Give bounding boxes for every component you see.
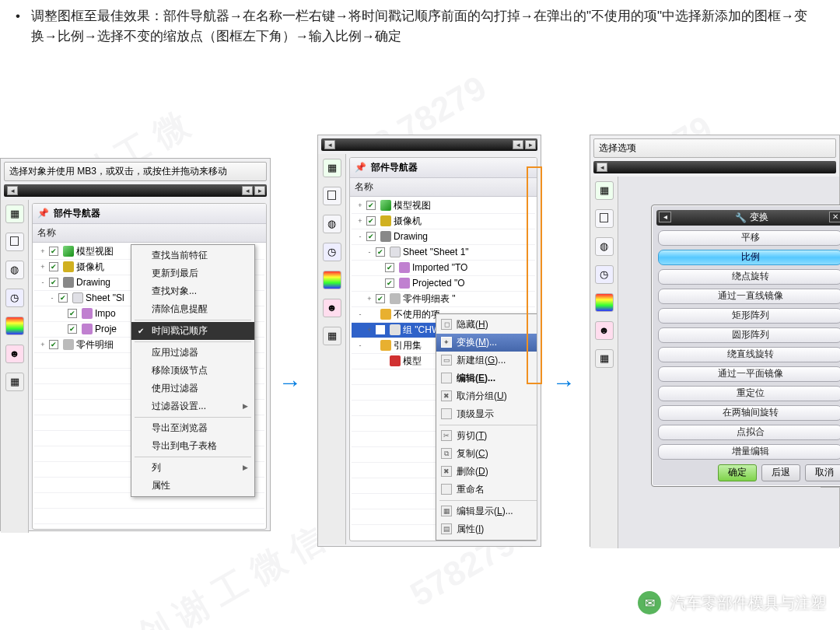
tab-strip[interactable]: ◂ ◂▸ <box>4 184 267 197</box>
column-header-name[interactable]: 名称 <box>33 224 266 243</box>
nav-icon[interactable]: 🞎 <box>595 209 614 228</box>
history-icon[interactable]: ◷ <box>5 289 24 307</box>
context-menu-item[interactable]: ⧉复制(C) <box>436 445 537 463</box>
transform-option[interactable]: 平移 <box>658 230 840 246</box>
nav-icon[interactable]: 🞎 <box>323 187 341 205</box>
tree-label: 不使用的项 <box>394 308 440 321</box>
tree-row[interactable]: +✔摄像机 <box>352 214 535 229</box>
context-menu-node[interactable]: ◻隐藏(H)✦变换(M)...▭新建组(G)...编辑(E)...✖取消分组(U… <box>436 313 537 541</box>
context-menu-item[interactable]: 重命名 <box>436 481 537 499</box>
context-menu-item[interactable]: 时间戳记顺序 <box>131 322 254 340</box>
context-menu-item[interactable]: 清除信息提醒 <box>131 300 254 318</box>
tab-strip[interactable]: ◂ ◂▸ <box>321 138 537 151</box>
context-menu-item[interactable]: ✖删除(D) <box>436 463 537 481</box>
context-menu-item[interactable]: 列▶ <box>131 459 254 477</box>
tab-left-icon[interactable]: ◂ <box>7 186 18 195</box>
context-menu-item[interactable]: ▤属性(I) <box>436 520 537 538</box>
transform-option[interactable]: 通过一平面镜像 <box>658 366 840 382</box>
tree-row[interactable]: -✔Drawing <box>352 229 535 245</box>
context-menu-item[interactable]: 更新到最后 <box>131 264 254 282</box>
channel-watermark: ✉ 汽车零部件模具与注塑 <box>636 590 826 616</box>
tree-row[interactable]: -✔Sheet "Sheet 1" <box>352 245 535 261</box>
assembly-icon[interactable]: ▦ <box>5 205 24 223</box>
grid-icon[interactable]: ▦ <box>323 327 341 345</box>
navigator-header: 📌 部件导航器 <box>33 204 266 224</box>
transform-option[interactable]: 重定位 <box>658 386 840 401</box>
transform-option[interactable]: 通过一直线镜像 <box>658 289 840 304</box>
tree-row[interactable]: ✔Projected "O <box>352 276 535 292</box>
tree-label: 零件明细 <box>76 338 114 352</box>
grid-icon[interactable]: ▦ <box>595 349 614 368</box>
dialog-titlebar[interactable]: ◂ 🔧 变换 ✕ <box>656 210 840 226</box>
tree-label: 模型视图 <box>394 199 431 212</box>
tree-row[interactable]: +✔零件明细表 " <box>352 292 535 307</box>
tree-row[interactable]: ✔Imported "TO <box>352 261 535 276</box>
layers-icon[interactable] <box>595 293 614 312</box>
wechat-icon: ✉ <box>636 590 663 616</box>
transform-option[interactable]: 绕点旋转 <box>658 269 840 285</box>
assembly-icon[interactable]: ▦ <box>323 159 341 177</box>
context-menu-item[interactable]: 查找当前特征 <box>131 247 254 264</box>
context-menu-item[interactable]: ✂剪切(T) <box>436 427 537 445</box>
layers-icon[interactable] <box>323 271 341 289</box>
context-menu-item[interactable]: ◻隐藏(H) <box>436 316 537 334</box>
tree-row[interactable]: +✔模型视图 <box>352 198 535 214</box>
back-button[interactable]: 后退 <box>761 464 800 481</box>
context-menu-item[interactable]: 导出到电子表格 <box>131 437 254 455</box>
tree-label: 引用集 <box>394 339 422 352</box>
context-menu-item[interactable]: 应用过滤器 <box>131 344 254 362</box>
context-menu-item[interactable]: 顶级显示 <box>436 405 537 423</box>
left-icon-bar: ▦ 🞎 ◍ ◷ ☻ ▦ <box>1 200 29 533</box>
globe-icon[interactable]: ◍ <box>5 261 24 279</box>
layers-icon[interactable] <box>5 317 24 335</box>
close-icon[interactable]: ✕ <box>829 212 840 222</box>
roles-icon[interactable]: ☻ <box>595 321 614 340</box>
tree-label: 摄像机 <box>76 261 104 274</box>
column-header-name[interactable]: 名称 <box>350 178 537 197</box>
transform-option[interactable]: 比例 <box>658 250 840 265</box>
context-menu-item[interactable]: ✖取消分组(U) <box>436 387 537 405</box>
tree-label: Projected "O <box>412 278 465 289</box>
context-menu-item[interactable]: 属性 <box>131 477 254 495</box>
context-menu-item[interactable]: ✦变换(M)... <box>436 334 537 352</box>
context-menu-column[interactable]: 查找当前特征更新到最后查找对象...清除信息提醒时间戳记顺序应用过滤器移除顶级节… <box>131 244 255 497</box>
grid-icon[interactable]: ▦ <box>5 373 24 391</box>
context-menu-item[interactable]: ▦编辑显示(L)... <box>436 502 537 520</box>
left-icon-bar: ▦ 🞎 ◍ ◷ ☻ ▦ <box>318 154 346 544</box>
tree-label: Sheet "Sheet 1" <box>403 247 469 257</box>
history-icon[interactable]: ◷ <box>595 265 614 284</box>
transform-option[interactable]: 绕直线旋转 <box>658 347 840 362</box>
part-navigator-panel: 📌 部件导航器 名称 +✔模型视图+✔摄像机-✔Drawing-✔Sheet "… <box>349 157 537 541</box>
ok-button[interactable]: 确定 <box>718 464 757 481</box>
transform-option[interactable]: 点拟合 <box>658 425 840 440</box>
part-navigator-panel: 📌 部件导航器 名称 +✔模型视图+✔摄像机-✔Drawing-✔Sheet "… <box>32 203 267 530</box>
hint-bar: 选择对象并使用 MB3，或双击，或按住并拖动来移动 <box>4 162 267 181</box>
context-menu-item[interactable]: 过滤器设置...▶ <box>131 397 254 415</box>
history-icon[interactable]: ◷ <box>323 243 341 261</box>
tab-strip[interactable]: ◂ <box>593 161 836 173</box>
tree-label: 模型 <box>403 355 422 368</box>
roles-icon[interactable]: ☻ <box>5 345 24 363</box>
cancel-button[interactable]: 取消 <box>805 464 840 481</box>
transform-option[interactable]: 增量编辑 <box>658 444 840 460</box>
assembly-icon[interactable]: ▦ <box>595 181 614 200</box>
roles-icon[interactable]: ☻ <box>323 299 341 317</box>
hint-bar: 选择选项 <box>593 138 836 158</box>
screenshot-1: 选择对象并使用 MB3，或双击，或按住并拖动来移动 ◂ ◂▸ ▦ 🞎 ◍ ◷ ☻… <box>0 158 271 531</box>
transform-option[interactable]: 矩形阵列 <box>658 308 840 324</box>
pin-icon[interactable]: 📌 <box>355 162 366 173</box>
left-icon-bar: ▦ 🞎 ◍ ◷ ☻ ▦ <box>590 177 618 548</box>
transform-option[interactable]: 在两轴间旋转 <box>658 405 840 421</box>
dialog-back-icon[interactable]: ◂ <box>659 212 671 222</box>
transform-option[interactable]: 圆形阵列 <box>658 327 840 343</box>
pin-icon[interactable]: 📌 <box>37 208 49 219</box>
context-menu-item[interactable]: 导出至浏览器 <box>131 419 254 437</box>
context-menu-item[interactable]: 查找对象... <box>131 282 254 300</box>
context-menu-item[interactable]: 使用过滤器 <box>131 380 254 397</box>
globe-icon[interactable]: ◍ <box>595 237 614 256</box>
nav-icon[interactable]: 🞎 <box>5 233 24 251</box>
globe-icon[interactable]: ◍ <box>323 215 341 233</box>
context-menu-item[interactable]: ▭新建组(G)... <box>436 352 537 369</box>
context-menu-item[interactable]: 编辑(E)... <box>436 369 537 387</box>
context-menu-item[interactable]: 移除顶级节点 <box>131 362 254 380</box>
